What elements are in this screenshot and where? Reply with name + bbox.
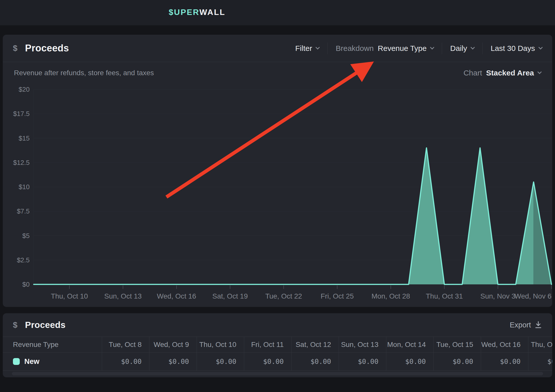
column-header-date: Tue, Oct 15 [433,337,481,352]
column-header-date: Thu, Oct 10 [197,337,244,352]
dollar-icon: $ [13,44,17,53]
chart-subtitle: Revenue after refunds, store fees, and t… [14,69,154,77]
top-bar: $UPERWALL [0,0,555,25]
chevron-down-icon [539,45,543,49]
divider [442,43,442,54]
value-cell: $0.00 [481,352,528,370]
column-header-date: Sun, Oct 13 [339,337,386,352]
dollar-icon: $ [13,320,17,330]
column-header-date: Mon, Oct 14 [386,337,433,352]
chart-card-title: Proceeds [25,43,69,54]
row-label: New [24,357,40,366]
x-axis-label: Wed, Nov 6 [514,292,551,300]
column-header-date: Fri, Oct 11 [244,337,291,352]
column-header-date: Sat, Oct 12 [291,337,339,352]
x-axis-label: Tue, Oct 22 [265,292,302,300]
chart-card-header: $ Proceeds Filter Breakdown Revenue Type… [3,35,552,62]
y-axis-label: $10 [19,183,30,191]
value-cell: $0.00 [386,352,433,370]
chart-type-dropdown[interactable]: Chart Stacked Area [464,69,541,77]
x-axis-label: Mon, Oct 28 [371,292,410,300]
superwall-logo[interactable]: $UPERWALL [169,8,225,17]
column-header-date: Thu, Oct 17 [528,337,552,352]
x-axis-label: Thu, Oct 10 [51,292,88,300]
value-cell: $0.00 [197,352,244,370]
y-axis-label: $0 [22,281,30,288]
value-cell: $0.00 [528,352,552,370]
y-axis-label: $2.5 [17,256,30,264]
row-label-cell: New [3,352,102,370]
divider [327,43,328,54]
proceeds-table-card: $ Proceeds Export Revenue TypeTue, Oct 8… [3,313,552,377]
column-header-revenue-type: Revenue Type [3,337,102,352]
y-axis-label: $15 [19,134,30,142]
value-cell: $0.00 [339,352,386,370]
x-axis-label: Sat, Oct 19 [212,292,248,300]
chevron-down-icon [538,70,542,74]
chevron-down-icon [470,45,475,49]
y-axis-label: $7.5 [17,207,30,215]
download-icon [534,321,542,329]
chevron-down-icon [430,45,434,49]
logo-accent: $UPER [169,8,199,17]
export-button[interactable]: Export [510,321,542,329]
logo-rest: WALL [199,8,225,17]
breakdown-dropdown[interactable]: Breakdown Revenue Type [336,44,434,53]
x-axis-label: Sun, Nov 3 [480,292,515,300]
value-cell: $0.00 [244,352,291,370]
x-axis-label: Sun, Oct 13 [104,292,142,300]
x-axis-label: Fri, Oct 25 [321,292,354,300]
value-cell: $0.00 [433,352,481,370]
horizontal-scrollbar[interactable] [12,372,543,375]
proceeds-chart-card: $0$2.5$5$7.5$10$12.5$15$17.5$20Thu, Oct … [3,35,552,307]
column-header-date: Wed, Oct 16 [481,337,528,352]
y-axis-label: $20 [19,86,30,93]
column-header-date: Wed, Oct 9 [149,337,197,352]
table-header-row: Revenue TypeTue, Oct 8Wed, Oct 9Thu, Oct… [3,337,552,352]
date-range-dropdown[interactable]: Last 30 Days [491,44,542,53]
table-row: New$0.00$0.00$0.00$0.00$0.00$0.00$0.00$0… [3,352,552,371]
chevron-down-icon [316,45,320,49]
value-cell: $0.00 [102,352,149,370]
interval-dropdown[interactable]: Daily [450,44,474,53]
x-axis-label: Thu, Oct 31 [426,292,463,300]
column-header-date: Tue, Oct 8 [102,337,149,352]
y-axis-label: $12.5 [13,159,30,166]
x-axis-label: Wed, Oct 16 [157,292,196,300]
value-cell: $0.00 [149,352,197,370]
table-card-title: Proceeds [25,320,66,330]
y-axis-label: $5 [22,232,30,240]
y-axis-label: $17.5 [13,110,30,117]
divider [482,43,483,54]
value-cell: $0.00 [291,352,339,370]
series-swatch [13,358,20,365]
filter-dropdown[interactable]: Filter [295,44,319,53]
